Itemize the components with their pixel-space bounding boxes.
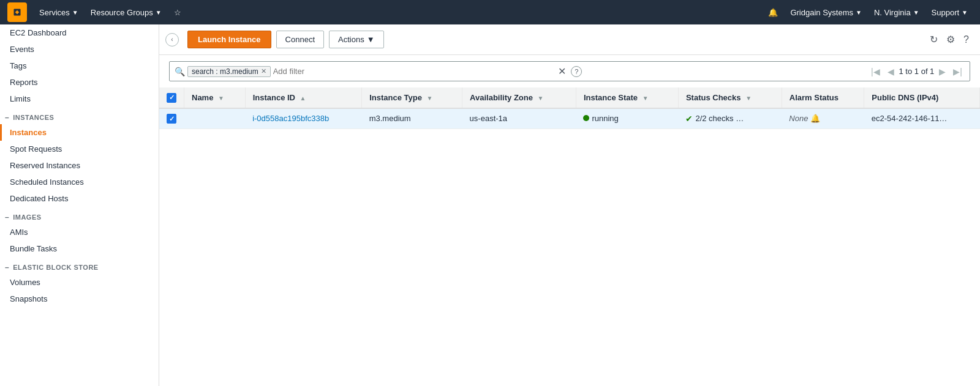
header-alarm-status: Alarm Status [782, 87, 864, 108]
row-select-checkbox[interactable]: ✓ [167, 114, 176, 124]
region-chevron: ▼ [913, 9, 919, 16]
table-header-row: ✓ Name ▼ Instance ID ▲ Instance Type ▼ A… [159, 87, 980, 108]
clear-search-btn[interactable]: ✕ [557, 64, 567, 78]
toolbar: ‹ Launch Instance Connect Actions ▼ ↻ ⚙ … [159, 24, 980, 55]
state-sort-icon: ▼ [643, 95, 649, 102]
support-menu[interactable]: Support ▼ [927, 6, 973, 20]
table-row[interactable]: ✓i-0d558ac195bfc338bm3.mediumus-east-1ar… [159, 108, 980, 129]
row-public-dns: ec2-54-242-146-11… [864, 108, 980, 129]
filter-tag[interactable]: search : m3.medium ✕ [187, 66, 271, 77]
instance-id-sort-icon: ▲ [300, 95, 306, 102]
collapse-sidebar-btn[interactable]: ‹ [165, 33, 179, 46]
instances-table: ✓ Name ▼ Instance ID ▲ Instance Type ▼ A… [159, 87, 980, 129]
name-sort-icon: ▼ [218, 95, 224, 102]
header-status-checks[interactable]: Status Checks ▼ [678, 87, 782, 108]
header-instance-type[interactable]: Instance Type ▼ [362, 87, 462, 108]
first-page-btn[interactable]: |◀ [869, 65, 883, 78]
sidebar-item-instances[interactable]: Instances [0, 124, 159, 141]
az-sort-icon: ▼ [538, 95, 544, 102]
status-check-icon: ✔ [685, 114, 693, 124]
sidebar: EC2 DashboardEventsTagsReportsLimits –IN… [0, 24, 159, 386]
support-chevron: ▼ [962, 9, 968, 16]
aws-logo [7, 2, 27, 22]
sidebar-item-amis[interactable]: AMIs [0, 224, 159, 240]
header-public-dns: Public DNS (IPv4) [864, 87, 980, 108]
sidebar-section-instances[interactable]: –INSTANCES [0, 107, 159, 124]
search-help-btn[interactable]: ? [571, 66, 582, 77]
toolbar-icons: ↻ ⚙ ? [929, 32, 970, 46]
next-page-btn[interactable]: ▶ [937, 65, 948, 78]
section-collapse-icon: – [5, 113, 9, 122]
nav-right: 🔔 Gridgain Systems ▼ N. Virginia ▼ Suppo… [763, 6, 973, 20]
sidebar-item-snapshots[interactable]: Snapshots [0, 291, 159, 307]
row-status-checks: ✔2/2 checks … [678, 109, 782, 129]
settings-button[interactable]: ⚙ [945, 32, 956, 46]
row-instance-id[interactable]: i-0d558ac195bfc338b [245, 108, 362, 129]
header-name[interactable]: Name ▼ [184, 87, 246, 108]
row-instance-type: m3.medium [362, 108, 462, 129]
resource-groups-chevron: ▼ [156, 9, 162, 16]
row-checkbox[interactable]: ✓ [159, 108, 184, 129]
sidebar-item-tags[interactable]: Tags [0, 58, 159, 74]
search-icon: 🔍 [175, 67, 185, 76]
remove-filter-btn[interactable]: ✕ [261, 67, 266, 75]
sidebar-item-limits[interactable]: Limits [0, 91, 159, 107]
region-menu[interactable]: N. Virginia ▼ [869, 6, 924, 20]
sidebar-item-bundle-tasks[interactable]: Bundle Tasks [0, 240, 159, 257]
sidebar-item-events[interactable]: Events [0, 41, 159, 58]
top-navigation: Services ▼ Resource Groups ▼ ☆ 🔔 Gridgai… [0, 0, 980, 24]
main-content: ‹ Launch Instance Connect Actions ▼ ↻ ⚙ … [159, 24, 980, 386]
search-bar: 🔍 search : m3.medium ✕ ✕ ? |◀ ◀ 1 to 1 o… [169, 61, 970, 81]
header-instance-id[interactable]: Instance ID ▲ [245, 87, 362, 108]
search-input[interactable] [273, 67, 555, 76]
sidebar-item-ec2-dashboard[interactable]: EC2 Dashboard [0, 24, 159, 41]
help-button[interactable]: ? [962, 33, 970, 46]
sidebar-section-elastic-block-store[interactable]: –ELASTIC BLOCK STORE [0, 257, 159, 274]
sidebar-item-reports[interactable]: Reports [0, 74, 159, 91]
sidebar-item-spot-requests[interactable]: Spot Requests [0, 141, 159, 157]
actions-chevron: ▼ [367, 35, 375, 44]
prev-page-btn[interactable]: ◀ [885, 65, 897, 78]
actions-button[interactable]: Actions ▼ [329, 31, 384, 48]
instance-type-sort-icon: ▼ [427, 95, 433, 102]
sidebar-item-reserved-instances[interactable]: Reserved Instances [0, 157, 159, 174]
bookmarks-btn[interactable]: ☆ [169, 6, 186, 20]
notifications-btn[interactable]: 🔔 [763, 6, 783, 20]
bell-icon: 🔔 [768, 8, 778, 17]
status-sort-icon: ▼ [745, 95, 752, 102]
connect-button[interactable]: Connect [276, 31, 324, 48]
state-dot [583, 115, 589, 121]
resource-groups-menu[interactable]: Resource Groups ▼ [86, 6, 167, 20]
row-availability-zone: us-east-1a [462, 108, 576, 129]
account-chevron: ▼ [856, 9, 862, 16]
star-icon: ☆ [174, 8, 181, 17]
services-menu[interactable]: Services ▼ [34, 6, 83, 20]
sidebar-item-volumes[interactable]: Volumes [0, 274, 159, 291]
services-chevron: ▼ [72, 9, 78, 16]
instances-table-container: ✓ Name ▼ Instance ID ▲ Instance Type ▼ A… [159, 87, 980, 386]
header-checkbox-col: ✓ [159, 87, 184, 108]
refresh-button[interactable]: ↻ [929, 32, 939, 46]
sidebar-item-scheduled-instances[interactable]: Scheduled Instances [0, 174, 159, 190]
last-page-btn[interactable]: ▶| [951, 65, 965, 78]
header-availability-zone[interactable]: Availability Zone ▼ [462, 87, 576, 108]
select-all-checkbox[interactable]: ✓ [167, 93, 176, 103]
row-instance-state: running [576, 108, 678, 129]
row-name [184, 108, 246, 129]
search-actions: ✕ ? [557, 64, 582, 78]
header-instance-state[interactable]: Instance State ▼ [576, 87, 678, 108]
section-collapse-icon: – [5, 263, 9, 272]
alarm-bell-icon[interactable]: 🔔 [810, 114, 820, 123]
pagination: |◀ ◀ 1 to 1 of 1 ▶ ▶| [869, 65, 965, 78]
sidebar-item-dedicated-hosts[interactable]: Dedicated Hosts [0, 190, 159, 207]
account-menu[interactable]: Gridgain Systems ▼ [785, 6, 867, 20]
sidebar-section-images[interactable]: –IMAGES [0, 207, 159, 224]
launch-instance-button[interactable]: Launch Instance [187, 31, 271, 48]
app-layout: EC2 DashboardEventsTagsReportsLimits –IN… [0, 24, 980, 386]
section-collapse-icon: – [5, 213, 9, 221]
row-alarm-status: None 🔔 [782, 108, 864, 129]
